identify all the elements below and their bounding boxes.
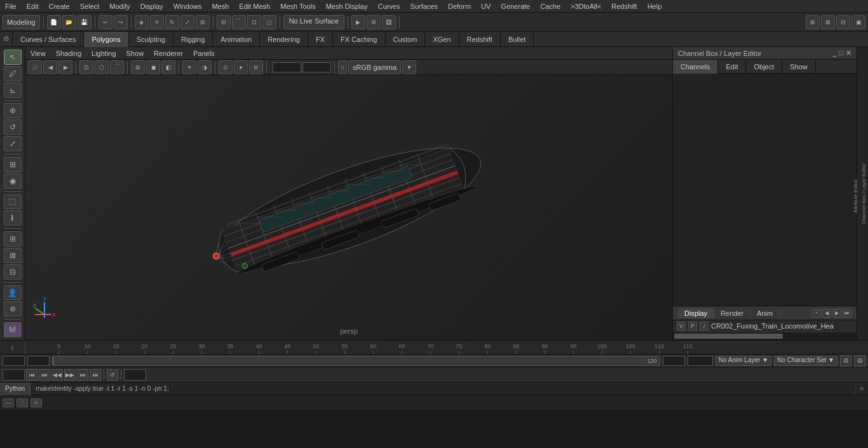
menu-redshift[interactable]: Redshift: [606, 1, 642, 11]
snap-surface-btn[interactable]: ◻: [262, 15, 276, 29]
vp-menu-panels[interactable]: Panels: [188, 48, 220, 58]
render-view-btn[interactable]: 🖼: [382, 15, 396, 29]
tab-xgen[interactable]: XGen: [425, 32, 459, 47]
win-close-btn[interactable]: ✕: [31, 398, 42, 407]
vp-pos-y-input[interactable]: 1.00: [302, 62, 331, 72]
python-label[interactable]: Python: [0, 383, 31, 395]
vp-cam-prev-btn[interactable]: ◀: [43, 60, 57, 74]
menu-modify[interactable]: Modify: [104, 1, 135, 11]
rotate-btn[interactable]: ↺: [4, 119, 22, 135]
layers-scrollbar-h[interactable]: [673, 332, 857, 340]
tab-rendering[interactable]: Rendering: [260, 32, 308, 47]
pb-frame-end[interactable]: 1: [124, 369, 146, 381]
vp-cam-next-btn[interactable]: ▶: [58, 60, 72, 74]
snap-grid-btn[interactable]: ⊟: [217, 15, 231, 29]
cb-tab-object[interactable]: Object: [746, 60, 782, 74]
max-frames-input[interactable]: 200: [688, 356, 713, 366]
anim-settings-gear[interactable]: ⚙: [840, 355, 851, 367]
vp-menu-shading[interactable]: Shading: [51, 48, 86, 58]
menu-3dtoa[interactable]: >3DtoAll<: [566, 1, 606, 11]
vp-solid-btn[interactable]: ◼: [146, 60, 160, 74]
layers-end-btn[interactable]: ⏭: [843, 309, 851, 318]
redo-btn[interactable]: ↪: [114, 15, 128, 29]
undo-btn[interactable]: ↩: [98, 15, 112, 29]
vp-camera-btn[interactable]: 🎥: [28, 60, 42, 74]
new-file-btn[interactable]: 📄: [47, 15, 61, 29]
frame-slider[interactable]: 120: [52, 356, 660, 366]
rotate-tool-btn[interactable]: ↻: [165, 15, 179, 29]
vp-xray-btn[interactable]: ⊚: [249, 60, 263, 74]
layer-tab-anim[interactable]: Anim: [750, 308, 780, 318]
tab-curves-surfaces[interactable]: Curves / Surfaces: [13, 32, 84, 47]
pb-step-fwd[interactable]: ⏭: [77, 369, 88, 381]
menu-display[interactable]: Display: [135, 1, 168, 11]
pb-goto-start[interactable]: ⏮: [26, 369, 37, 381]
layer-vis-v[interactable]: V: [677, 322, 686, 330]
vp-light-btn[interactable]: ☀: [182, 60, 196, 74]
channel-box-minimize[interactable]: _: [832, 49, 836, 57]
frame-start-input[interactable]: 1: [3, 356, 25, 366]
char-settings-gear[interactable]: ⚙: [854, 355, 865, 367]
vp-select-mask-btn[interactable]: ⊡: [79, 60, 93, 74]
tab-custom[interactable]: Custom: [386, 32, 426, 47]
right-btn-3[interactable]: ⊟: [836, 15, 850, 29]
workspace-dropdown[interactable]: Modeling: [3, 15, 40, 29]
vp-menu-lighting[interactable]: Lighting: [86, 48, 121, 58]
scale-tool-btn[interactable]: ⤢: [180, 15, 194, 29]
custom-btn-1[interactable]: ⊞: [4, 231, 22, 247]
vp-textured-btn[interactable]: ◧: [161, 60, 175, 74]
channel-box-close[interactable]: ✕: [846, 49, 851, 57]
menu-mesh-display[interactable]: Mesh Display: [321, 1, 373, 11]
vp-wireframe-btn[interactable]: ⊞: [131, 60, 145, 74]
tab-redshift[interactable]: Redshift: [459, 32, 501, 47]
menu-cache[interactable]: Cache: [535, 1, 566, 11]
tab-fx-caching[interactable]: FX Caching: [333, 32, 385, 47]
frame-end-input[interactable]: 120: [663, 356, 685, 366]
vp-menu-view[interactable]: View: [25, 48, 51, 58]
timeline-ruler[interactable]: 5 10 15 20 25 30 35 40 45 50 55 60 65 70…: [25, 341, 868, 355]
snap-point-btn[interactable]: ⊡: [247, 15, 261, 29]
layer-vis-p[interactable]: P: [688, 322, 697, 330]
menu-edit[interactable]: Edit: [22, 1, 44, 11]
pb-play-fwd[interactable]: ▶▶: [64, 369, 76, 381]
pb-step-back[interactable]: ⏭: [39, 369, 50, 381]
snap-btn[interactable]: ⊞: [4, 157, 22, 172]
cb-tab-edit[interactable]: Edit: [718, 60, 746, 74]
menu-uv[interactable]: UV: [476, 1, 496, 11]
menu-edit-mesh[interactable]: Edit Mesh: [234, 1, 275, 11]
tab-animation[interactable]: Animation: [213, 32, 260, 47]
pb-frame-start[interactable]: 1: [3, 369, 25, 381]
render-btn[interactable]: ▶: [351, 15, 365, 29]
pb-goto-end[interactable]: ⏭: [90, 369, 101, 381]
vp-pos-x-input[interactable]: 0.00: [273, 62, 301, 72]
vp-poly-btn[interactable]: ⬡: [95, 60, 109, 74]
rivet-btn[interactable]: ⊛: [4, 301, 22, 316]
lasso-select-btn[interactable]: ⊾: [4, 83, 22, 98]
vp-gamma-settings-btn[interactable]: ▼: [402, 60, 416, 74]
tab-polygons[interactable]: Polygons: [84, 32, 128, 47]
maya-btn[interactable]: M: [4, 322, 22, 337]
menu-select[interactable]: Select: [75, 1, 105, 11]
layer-type-btn[interactable]: /: [700, 322, 709, 330]
tab-fx[interactable]: FX: [308, 32, 333, 47]
frame-current-input[interactable]: 1: [27, 356, 50, 366]
viewport[interactable]: View Shading Lighting Show Renderer Pane…: [25, 47, 672, 340]
viewport-canvas-area[interactable]: Y X Z persp: [25, 75, 672, 340]
menu-deform[interactable]: Deform: [443, 1, 476, 11]
vp-curve-btn[interactable]: ⌒: [110, 60, 124, 74]
vp-aa-btn[interactable]: ⊙: [219, 60, 233, 74]
char-set-dropdown[interactable]: No Character Set ▼: [774, 356, 837, 366]
marquee-btn[interactable]: ⬚: [4, 194, 22, 210]
channel-box-maximize[interactable]: □: [839, 49, 843, 57]
open-file-btn[interactable]: 📂: [62, 15, 76, 29]
scale-btn[interactable]: ⤢: [4, 136, 22, 151]
universal-manip-btn[interactable]: ⊞: [196, 15, 210, 29]
menu-curves[interactable]: Curves: [373, 1, 405, 11]
right-edge-channel-box[interactable]: Channel Box / Layer Editor: [860, 161, 868, 227]
vp-ao-btn[interactable]: ●: [234, 60, 248, 74]
right-btn-1[interactable]: ⊞: [806, 15, 820, 29]
pb-play-back[interactable]: ◀◀: [51, 369, 63, 381]
vp-shadow-btn[interactable]: ◑: [198, 60, 212, 74]
select-mode-btn[interactable]: ↖: [4, 50, 22, 65]
layer-tab-display[interactable]: Display: [678, 308, 714, 318]
